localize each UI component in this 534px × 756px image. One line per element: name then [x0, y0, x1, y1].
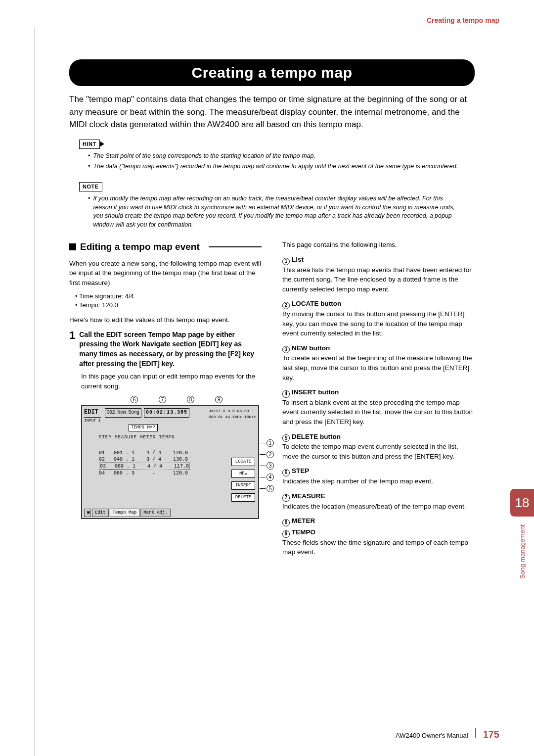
- footer: AW2400 Owner's Manual 175: [396, 727, 499, 741]
- side-callouts: 1 2 3 4 5: [260, 439, 274, 492]
- side-rule: [35, 26, 35, 756]
- screen-subhdr-right: 080.01 44.1kHz 16bit: [209, 414, 256, 420]
- lcd-screen: EDIT INPUT 1 002_New_Song 00:02:13.385 J…: [81, 405, 259, 519]
- item-num: 2: [282, 302, 290, 309]
- manual-name: AW2400 Owner's Manual: [396, 731, 468, 740]
- insert-button[interactable]: INSERT: [231, 481, 255, 490]
- item-body: To delete the tempo map event currently …: [282, 442, 475, 461]
- callout-3: 3: [267, 462, 274, 470]
- item-title: DELETE button: [292, 433, 341, 440]
- item-measure: 7MEASURE Indicates the location (measure…: [282, 491, 475, 511]
- locate-button[interactable]: LOCATE: [231, 458, 255, 466]
- table-row-selected[interactable]: 03 080 . 1 4 / 4 117.0: [99, 463, 190, 470]
- chapter-tab: 18: [510, 489, 534, 517]
- screen-bottom-tabs: ▣ Edit Tempo Map Mark Adj.: [84, 509, 171, 517]
- step-text: Call the EDIT screen Tempo Map page by e…: [79, 330, 262, 369]
- item-title: NEW button: [292, 344, 330, 352]
- top-callouts: 6 7 8 9: [131, 396, 259, 403]
- paragraph: When you create a new song, the followin…: [69, 259, 262, 288]
- hint-body: •The Start point of the song corresponds…: [88, 152, 460, 171]
- tab-mark-adj[interactable]: Mark Adj.: [140, 509, 171, 517]
- screen-column-headers: STEP MEASURE METER TEMPO: [99, 434, 256, 441]
- intro-paragraph: The "tempo map" contains data that chang…: [69, 93, 475, 131]
- delete-button[interactable]: DELETE: [231, 493, 255, 502]
- screen-figure: 6 7 8 9 EDIT INPUT 1 002_New_Song 00:02:…: [81, 396, 259, 519]
- item-insert: 4INSERT button To insert a blank event a…: [282, 387, 475, 426]
- item-delete: 5DELETE button To delete the tempo map e…: [282, 432, 475, 462]
- callout-1: 1: [267, 439, 274, 447]
- hint-item: The Start point of the song corresponds …: [93, 152, 315, 161]
- table-row: 01 001 . 1 4 / 4 120.0: [99, 450, 256, 456]
- note-body: •If you modify the tempo map after recor…: [88, 194, 460, 229]
- screen-input-label: INPUT 1: [84, 417, 101, 424]
- step-number: 1: [69, 330, 75, 369]
- item-list: 1List This area lists the tempo map even…: [282, 255, 475, 294]
- item-title: MEASURE: [292, 492, 325, 500]
- page-title: Creating a tempo map: [69, 59, 475, 86]
- item-body: Indicates the location (measure/beat) of…: [282, 502, 475, 512]
- chapter-label: Song management: [518, 524, 527, 579]
- item-title: LOCATE button: [292, 300, 341, 307]
- item-num: 7: [282, 494, 290, 502]
- item-num: 8: [282, 519, 290, 526]
- item-new: 3NEW button To create an event at the be…: [282, 343, 475, 382]
- heading-rule: [209, 246, 262, 247]
- item-body: This area lists the tempo map events tha…: [282, 265, 475, 294]
- item-body: To create an event at the beginning of t…: [282, 353, 475, 382]
- screen-buttons: LOCATE NEW INSERT DELETE: [231, 458, 255, 502]
- running-header: Creating a tempo map: [427, 16, 499, 26]
- callout-7: 7: [159, 396, 166, 403]
- callout-9: 9: [215, 396, 222, 403]
- top-rule: [35, 26, 504, 26]
- screen-song-name: 002_New_Song: [105, 408, 141, 418]
- item-locate: 2LOCATE button By moving the cursor to t…: [282, 299, 475, 338]
- hint-label: HINT: [79, 140, 100, 149]
- screen-mode-label: EDIT: [84, 408, 101, 417]
- item-body: By moving the cursor to this button and …: [282, 309, 475, 338]
- item-num: 4: [282, 390, 290, 398]
- callout-5: 5: [267, 485, 274, 492]
- item-tempo: 9TEMPO These fields show the time signat…: [282, 527, 475, 557]
- item-title: METER: [292, 517, 315, 524]
- item-num: 9: [282, 530, 290, 538]
- heading-bullet-icon: [69, 243, 76, 250]
- item-title: TEMPO: [292, 528, 315, 536]
- screen-tab-button[interactable]: TEMPO MAP: [129, 424, 158, 431]
- callout-4: 4: [267, 473, 274, 481]
- page-content: Creating a tempo map The "tempo map" con…: [69, 59, 475, 562]
- item-meter: 8METER: [282, 516, 475, 526]
- step-subtext: In this page you can input or edit tempo…: [81, 372, 262, 391]
- new-button[interactable]: NEW: [231, 470, 255, 478]
- defaults-list: Time signature: 4/4 Tempo: 120.0: [75, 292, 262, 311]
- item-title: List: [292, 256, 304, 263]
- section-heading: Editing a tempo map event: [69, 240, 262, 254]
- left-column: Editing a tempo map event When you creat…: [69, 240, 262, 562]
- paragraph: Here's how to edit the values of this te…: [69, 315, 262, 325]
- callout-2: 2: [267, 451, 274, 458]
- list-item: Time signature: 4/4: [75, 292, 262, 301]
- page-number: 175: [483, 727, 499, 741]
- note-text: If you modify the tempo map after record…: [93, 194, 460, 229]
- screen-counter: 00:02:13.385: [144, 408, 189, 418]
- callout-6: 6: [131, 396, 138, 403]
- item-title: INSERT button: [292, 388, 339, 396]
- heading-text: Editing a tempo map event: [80, 240, 200, 254]
- item-body: Indicates the step number of the tempo m…: [282, 476, 475, 486]
- tab-edit[interactable]: Edit: [92, 509, 109, 517]
- list-item: Tempo: 120.0: [75, 301, 262, 310]
- item-title: STEP: [292, 467, 309, 474]
- footer-divider: [475, 728, 476, 738]
- tab-icon[interactable]: ▣: [84, 509, 91, 517]
- step-1: 1 Call the EDIT screen Tempo Map page by…: [69, 330, 262, 369]
- tab-tempo-map[interactable]: Tempo Map: [110, 509, 140, 517]
- screen-hdr-right: J=117.0 0.0 No DO: [209, 408, 256, 414]
- item-step: 6STEP Indicates the step number of the t…: [282, 466, 475, 486]
- item-num: 3: [282, 346, 290, 353]
- callout-8: 8: [187, 396, 194, 403]
- right-lead: This page contains the following items.: [282, 240, 475, 250]
- item-body: These fields show the time signature and…: [282, 538, 475, 557]
- item-num: 1: [282, 258, 290, 265]
- item-num: 5: [282, 434, 290, 442]
- item-body: To insert a blank event at the step prec…: [282, 398, 475, 427]
- right-column: This page contains the following items. …: [282, 240, 475, 562]
